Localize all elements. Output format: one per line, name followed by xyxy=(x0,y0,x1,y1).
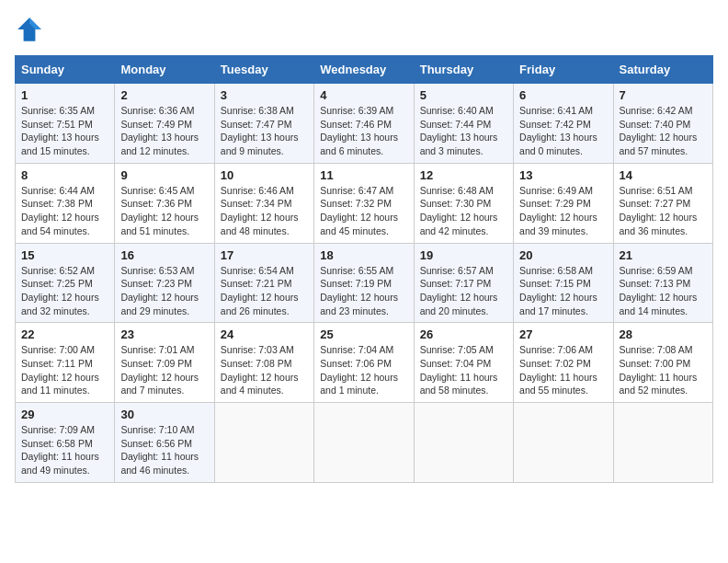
day-number: 19 xyxy=(420,248,507,262)
day-info: Sunrise: 6:55 AM Sunset: 7:19 PM Dayligh… xyxy=(320,264,407,318)
calendar-cell: 18Sunrise: 6:55 AM Sunset: 7:19 PM Dayli… xyxy=(314,243,414,323)
calendar-cell: 12Sunrise: 6:48 AM Sunset: 7:30 PM Dayli… xyxy=(414,163,513,243)
calendar-cell xyxy=(613,403,712,483)
day-info: Sunrise: 6:58 AM Sunset: 7:15 PM Dayligh… xyxy=(519,264,607,318)
logo xyxy=(15,15,48,44)
day-info: Sunrise: 7:05 AM Sunset: 7:04 PM Dayligh… xyxy=(420,343,507,397)
day-info: Sunrise: 7:01 AM Sunset: 7:09 PM Dayligh… xyxy=(120,343,208,397)
day-number: 10 xyxy=(221,168,308,182)
day-info: Sunrise: 6:40 AM Sunset: 7:44 PM Dayligh… xyxy=(420,104,507,158)
calendar-cell: 4Sunrise: 6:39 AM Sunset: 7:46 PM Daylig… xyxy=(314,84,414,164)
day-number: 5 xyxy=(420,88,507,102)
day-info: Sunrise: 6:36 AM Sunset: 7:49 PM Dayligh… xyxy=(120,104,208,158)
calendar-cell: 19Sunrise: 6:57 AM Sunset: 7:17 PM Dayli… xyxy=(414,243,513,323)
calendar-cell: 20Sunrise: 6:58 AM Sunset: 7:15 PM Dayli… xyxy=(514,243,613,323)
day-number: 17 xyxy=(221,248,308,262)
calendar-cell xyxy=(314,403,414,483)
day-info: Sunrise: 7:10 AM Sunset: 6:56 PM Dayligh… xyxy=(120,423,208,477)
day-info: Sunrise: 6:39 AM Sunset: 7:46 PM Dayligh… xyxy=(320,104,407,158)
calendar-week-row: 15Sunrise: 6:52 AM Sunset: 7:25 PM Dayli… xyxy=(16,243,713,323)
day-number: 7 xyxy=(620,88,707,102)
day-number: 6 xyxy=(519,88,607,102)
day-number: 26 xyxy=(420,327,507,341)
day-number: 29 xyxy=(21,408,108,421)
day-number: 12 xyxy=(420,168,507,182)
calendar-cell: 17Sunrise: 6:54 AM Sunset: 7:21 PM Dayli… xyxy=(214,243,313,323)
day-info: Sunrise: 6:59 AM Sunset: 7:13 PM Dayligh… xyxy=(620,264,707,318)
day-header-tuesday: Tuesday xyxy=(214,56,313,84)
calendar-cell: 26Sunrise: 7:05 AM Sunset: 7:04 PM Dayli… xyxy=(414,323,513,403)
calendar-cell: 7Sunrise: 6:42 AM Sunset: 7:40 PM Daylig… xyxy=(613,84,712,164)
calendar-cell: 27Sunrise: 7:06 AM Sunset: 7:02 PM Dayli… xyxy=(514,323,613,403)
calendar-cell xyxy=(414,403,513,483)
day-number: 4 xyxy=(320,88,407,102)
day-info: Sunrise: 6:45 AM Sunset: 7:36 PM Dayligh… xyxy=(120,184,208,238)
calendar-week-row: 29Sunrise: 7:09 AM Sunset: 6:58 PM Dayli… xyxy=(16,403,713,483)
day-info: Sunrise: 7:09 AM Sunset: 6:58 PM Dayligh… xyxy=(21,423,108,477)
day-number: 13 xyxy=(519,168,607,182)
day-number: 25 xyxy=(320,327,407,341)
calendar-week-row: 8Sunrise: 6:44 AM Sunset: 7:38 PM Daylig… xyxy=(16,163,713,243)
calendar-cell: 1Sunrise: 6:35 AM Sunset: 7:51 PM Daylig… xyxy=(16,84,115,164)
day-number: 22 xyxy=(21,327,108,341)
logo-icon xyxy=(15,15,44,44)
day-info: Sunrise: 6:54 AM Sunset: 7:21 PM Dayligh… xyxy=(221,264,308,318)
days-header-row: SundayMondayTuesdayWednesdayThursdayFrid… xyxy=(16,56,713,84)
calendar-cell: 16Sunrise: 6:53 AM Sunset: 7:23 PM Dayli… xyxy=(115,243,214,323)
day-info: Sunrise: 6:44 AM Sunset: 7:38 PM Dayligh… xyxy=(21,184,108,238)
day-info: Sunrise: 6:38 AM Sunset: 7:47 PM Dayligh… xyxy=(221,104,308,158)
calendar-cell: 6Sunrise: 6:41 AM Sunset: 7:42 PM Daylig… xyxy=(514,84,613,164)
calendar-cell: 29Sunrise: 7:09 AM Sunset: 6:58 PM Dayli… xyxy=(16,403,115,483)
day-header-monday: Monday xyxy=(115,56,214,84)
calendar-cell: 21Sunrise: 6:59 AM Sunset: 7:13 PM Dayli… xyxy=(613,243,712,323)
calendar-week-row: 1Sunrise: 6:35 AM Sunset: 7:51 PM Daylig… xyxy=(16,84,713,164)
day-header-sunday: Sunday xyxy=(16,56,115,84)
calendar-cell: 8Sunrise: 6:44 AM Sunset: 7:38 PM Daylig… xyxy=(16,163,115,243)
day-number: 27 xyxy=(519,327,607,341)
day-number: 23 xyxy=(120,327,208,341)
day-info: Sunrise: 6:53 AM Sunset: 7:23 PM Dayligh… xyxy=(120,264,208,318)
day-number: 20 xyxy=(519,248,607,262)
day-number: 24 xyxy=(221,327,308,341)
day-info: Sunrise: 6:57 AM Sunset: 7:17 PM Dayligh… xyxy=(420,264,507,318)
day-info: Sunrise: 6:46 AM Sunset: 7:34 PM Dayligh… xyxy=(221,184,308,238)
calendar-cell: 11Sunrise: 6:47 AM Sunset: 7:32 PM Dayli… xyxy=(314,163,414,243)
calendar-table: SundayMondayTuesdayWednesdayThursdayFrid… xyxy=(15,55,713,483)
day-number: 15 xyxy=(21,248,108,262)
day-header-saturday: Saturday xyxy=(613,56,712,84)
calendar-cell: 24Sunrise: 7:03 AM Sunset: 7:08 PM Dayli… xyxy=(214,323,313,403)
calendar-cell: 25Sunrise: 7:04 AM Sunset: 7:06 PM Dayli… xyxy=(314,323,414,403)
day-header-wednesday: Wednesday xyxy=(314,56,414,84)
calendar-cell xyxy=(214,403,313,483)
day-number: 3 xyxy=(221,88,308,102)
day-number: 14 xyxy=(620,168,707,182)
calendar-cell: 9Sunrise: 6:45 AM Sunset: 7:36 PM Daylig… xyxy=(115,163,214,243)
day-info: Sunrise: 6:42 AM Sunset: 7:40 PM Dayligh… xyxy=(620,104,707,158)
day-number: 30 xyxy=(120,408,208,421)
day-number: 18 xyxy=(320,248,407,262)
day-header-friday: Friday xyxy=(514,56,613,84)
calendar-cell: 3Sunrise: 6:38 AM Sunset: 7:47 PM Daylig… xyxy=(214,84,313,164)
day-header-thursday: Thursday xyxy=(414,56,513,84)
day-info: Sunrise: 7:00 AM Sunset: 7:11 PM Dayligh… xyxy=(21,343,108,397)
day-number: 11 xyxy=(320,168,407,182)
calendar-cell: 28Sunrise: 7:08 AM Sunset: 7:00 PM Dayli… xyxy=(613,323,712,403)
day-info: Sunrise: 6:48 AM Sunset: 7:30 PM Dayligh… xyxy=(420,184,507,238)
day-number: 28 xyxy=(620,327,707,341)
day-number: 16 xyxy=(120,248,208,262)
day-info: Sunrise: 7:03 AM Sunset: 7:08 PM Dayligh… xyxy=(221,343,308,397)
day-info: Sunrise: 6:52 AM Sunset: 7:25 PM Dayligh… xyxy=(21,264,108,318)
day-number: 1 xyxy=(21,88,108,102)
day-number: 21 xyxy=(620,248,707,262)
day-info: Sunrise: 6:35 AM Sunset: 7:51 PM Dayligh… xyxy=(21,104,108,158)
day-info: Sunrise: 7:04 AM Sunset: 7:06 PM Dayligh… xyxy=(320,343,407,397)
day-info: Sunrise: 7:08 AM Sunset: 7:00 PM Dayligh… xyxy=(620,343,707,397)
calendar-cell: 5Sunrise: 6:40 AM Sunset: 7:44 PM Daylig… xyxy=(414,84,513,164)
day-info: Sunrise: 6:41 AM Sunset: 7:42 PM Dayligh… xyxy=(519,104,607,158)
calendar-cell: 2Sunrise: 6:36 AM Sunset: 7:49 PM Daylig… xyxy=(115,84,214,164)
day-info: Sunrise: 6:47 AM Sunset: 7:32 PM Dayligh… xyxy=(320,184,407,238)
calendar-cell: 13Sunrise: 6:49 AM Sunset: 7:29 PM Dayli… xyxy=(514,163,613,243)
calendar-cell: 22Sunrise: 7:00 AM Sunset: 7:11 PM Dayli… xyxy=(16,323,115,403)
calendar-cell: 23Sunrise: 7:01 AM Sunset: 7:09 PM Dayli… xyxy=(115,323,214,403)
page-header xyxy=(15,15,713,44)
